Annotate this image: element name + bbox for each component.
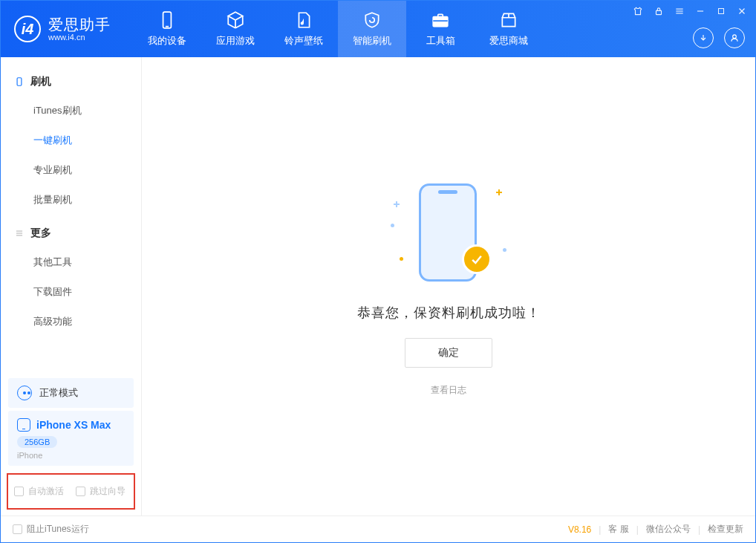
- svg-rect-10: [719, 9, 724, 14]
- nav-tab-ringtones[interactable]: 铃声壁纸: [270, 1, 338, 57]
- dot-icon: [400, 257, 403, 261]
- shirt-icon[interactable]: [632, 5, 644, 17]
- check-update-link[interactable]: 检查更新: [708, 523, 743, 536]
- device-info-box[interactable]: iPhone XS Max 256GB iPhone: [8, 411, 134, 466]
- ok-button[interactable]: 确定: [405, 338, 492, 368]
- sparkle-icon: [394, 201, 400, 207]
- download-button[interactable]: [693, 27, 714, 48]
- checkbox-icon: [14, 487, 24, 496]
- logo-icon: i4: [14, 16, 41, 42]
- maximize-button[interactable]: [715, 5, 727, 17]
- svg-point-14: [733, 35, 737, 39]
- flash-options-row: 自动激活 跳过向导: [7, 473, 135, 510]
- titlebar: i4 爱思助手 www.i4.cn 我的设备 应用游戏 铃声壁纸 智能刷机: [1, 1, 755, 57]
- sidebar-item-itunes-flash[interactable]: iTunes刷机: [1, 96, 141, 126]
- section-title: 刷机: [30, 75, 51, 88]
- list-icon: [14, 228, 25, 238]
- window-controls: [632, 5, 748, 17]
- nav-tabs: 我的设备 应用游戏 铃声壁纸 智能刷机 工具箱 爱思商城: [133, 1, 543, 57]
- mode-icon: [17, 386, 32, 400]
- app-window: i4 爱思助手 www.i4.cn 我的设备 应用游戏 铃声壁纸 智能刷机: [0, 0, 756, 543]
- sparkle-icon: [496, 189, 502, 195]
- view-log-link[interactable]: 查看日志: [431, 384, 466, 397]
- sidebar: 刷机 iTunes刷机 一键刷机 专业刷机 批量刷机 更多 其他工具 下载固件 …: [1, 57, 142, 516]
- success-illustration: [389, 176, 508, 287]
- sidebar-item-oneclick-flash[interactable]: 一键刷机: [1, 126, 141, 155]
- nav-tab-apps[interactable]: 应用游戏: [201, 1, 270, 57]
- device-mode-box[interactable]: 正常模式: [8, 378, 134, 408]
- nav-label: 爱思商城: [489, 34, 528, 48]
- sidebar-item-advanced[interactable]: 高级功能: [1, 307, 141, 336]
- nav-tab-flash[interactable]: 智能刷机: [338, 1, 406, 57]
- app-logo: i4 爱思助手 www.i4.cn: [1, 1, 124, 57]
- sidebar-section-more: 更多: [1, 219, 141, 247]
- success-message: 恭喜您，保资料刷机成功啦！: [357, 304, 541, 322]
- check-badge-icon: [462, 244, 492, 274]
- device-mode: 正常模式: [39, 386, 78, 400]
- nav-tab-device[interactable]: 我的设备: [133, 1, 201, 57]
- cube-icon: [226, 10, 245, 30]
- wechat-link[interactable]: 微信公众号: [646, 523, 691, 536]
- nav-label: 工具箱: [426, 34, 455, 48]
- music-file-icon: [294, 10, 313, 30]
- lock-icon[interactable]: [653, 5, 665, 17]
- minimize-button[interactable]: [694, 5, 706, 17]
- phone-icon: [17, 418, 30, 432]
- menu-icon[interactable]: [674, 5, 685, 17]
- svg-rect-15: [17, 78, 22, 86]
- dot-icon: [391, 224, 394, 227]
- app-title: 爱思助手: [48, 16, 111, 33]
- nav-label: 应用游戏: [216, 34, 255, 48]
- section-title: 更多: [30, 227, 51, 240]
- toolbox-icon: [431, 10, 450, 30]
- checkbox-label: 跳过向导: [90, 485, 126, 498]
- checkbox-auto-activate[interactable]: 自动激活: [14, 485, 64, 498]
- checkbox-label: 自动激活: [28, 485, 64, 498]
- close-button[interactable]: [736, 5, 748, 17]
- sidebar-item-other-tools[interactable]: 其他工具: [1, 247, 141, 277]
- sidebar-item-pro-flash[interactable]: 专业刷机: [1, 155, 141, 185]
- app-subtitle: www.i4.cn: [48, 33, 111, 42]
- phone-icon: [14, 77, 25, 87]
- statusbar: 阻止iTunes运行 V8.16 | 客 服 | 微信公众号 | 检查更新: [1, 516, 755, 542]
- body: 刷机 iTunes刷机 一键刷机 专业刷机 批量刷机 更多 其他工具 下载固件 …: [1, 57, 755, 516]
- refresh-shield-icon: [362, 10, 382, 30]
- version-label: V8.16: [568, 524, 591, 535]
- header-actions: [693, 27, 745, 48]
- svg-rect-2: [433, 17, 448, 27]
- nav-label: 智能刷机: [353, 34, 391, 48]
- checkbox-icon: [76, 487, 85, 496]
- device-capacity: 256GB: [17, 436, 57, 448]
- checkbox-icon: [13, 524, 22, 534]
- checkbox-block-itunes[interactable]: 阻止iTunes运行: [13, 523, 89, 536]
- device-icon: [157, 10, 177, 30]
- svg-rect-5: [656, 10, 662, 14]
- main-content: 恭喜您，保资料刷机成功啦！ 确定 查看日志: [142, 57, 755, 516]
- nav-label: 我的设备: [148, 34, 186, 48]
- svg-rect-0: [163, 12, 172, 28]
- checkbox-label: 阻止iTunes运行: [27, 523, 89, 536]
- device-type: iPhone: [17, 451, 125, 460]
- support-link[interactable]: 客 服: [608, 523, 628, 536]
- sidebar-section-flash: 刷机: [1, 68, 141, 96]
- nav-tab-toolbox[interactable]: 工具箱: [406, 1, 475, 57]
- dot-icon: [503, 248, 506, 252]
- checkbox-skip-guide[interactable]: 跳过向导: [76, 485, 126, 498]
- store-icon: [499, 10, 518, 30]
- sidebar-item-download-fw[interactable]: 下载固件: [1, 277, 141, 307]
- sidebar-item-batch-flash[interactable]: 批量刷机: [1, 185, 141, 215]
- nav-label: 铃声壁纸: [284, 34, 323, 48]
- device-name: iPhone XS Max: [36, 419, 111, 431]
- user-button[interactable]: [724, 27, 745, 48]
- nav-tab-store[interactable]: 爱思商城: [475, 1, 543, 57]
